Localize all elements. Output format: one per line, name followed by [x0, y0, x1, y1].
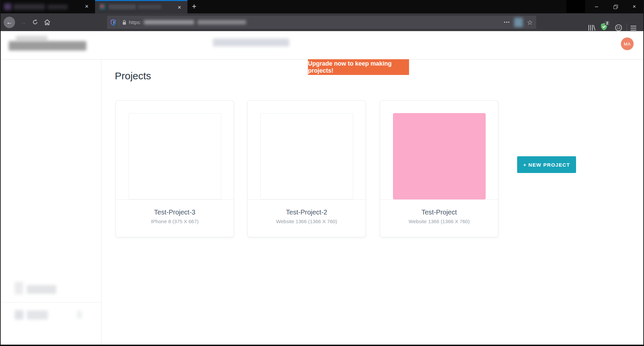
url-blob [144, 20, 194, 24]
user-avatar[interactable]: MA [621, 37, 634, 50]
project-card-footer: Test-Project-2 Website 1366 (1366 X 760) [248, 199, 366, 237]
sidebar-divider [1, 302, 101, 302]
url-blurred-text [144, 20, 246, 24]
lock-icon [122, 20, 127, 25]
project-card[interactable]: Test-Project Website 1366 (1366 X 760) [380, 100, 498, 237]
new-project-button[interactable]: + NEW PROJECT [517, 156, 576, 173]
sidebar-item-icon-blurred [15, 310, 23, 320]
tab-close-icon[interactable]: × [175, 1, 183, 14]
forward-button[interactable]: → [19, 19, 27, 26]
titlebar-blurred-region [566, 0, 585, 13]
app-logo-blurred[interactable] [9, 41, 86, 51]
project-name: Test-Project-3 [116, 208, 234, 216]
upgrade-banner[interactable]: Upgrade now to keep making projects! [308, 59, 409, 75]
project-thumbnail [260, 113, 353, 199]
urlbar-divider [119, 19, 119, 26]
url-protocol-text: https: [129, 19, 141, 25]
project-name: Test-Project-2 [248, 208, 366, 216]
tab-favicon-blurred [99, 4, 105, 10]
tab-bar: × × + − × [1, 0, 643, 13]
project-card[interactable]: Test-Project-2 Website 1366 (1366 X 760) [247, 100, 366, 237]
sidebar [1, 60, 101, 345]
home-button[interactable] [43, 19, 52, 26]
tab-title-blurred [13, 4, 45, 10]
bookmark-star-icon[interactable]: ☆ [527, 18, 533, 26]
project-meta: Website 1366 (1366 X 760) [380, 219, 498, 224]
tab-close-icon[interactable]: × [83, 0, 91, 13]
sidebar-item-label-blurred [27, 285, 56, 294]
sidebar-item-badge-blurred [77, 311, 82, 319]
project-thumbnail-pink [393, 113, 486, 199]
page-actions-icon[interactable]: ••• [504, 20, 510, 25]
tab-inactive[interactable]: × [1, 0, 95, 13]
project-card-footer: Test-Project Website 1366 (1366 X 760) [380, 199, 498, 237]
tab-title-blurred [108, 4, 136, 9]
app-logo-blurred[interactable] [16, 36, 48, 41]
reload-button[interactable] [31, 19, 39, 26]
tab-active[interactable]: × [95, 0, 187, 13]
app-header: MA [1, 31, 643, 60]
hamburger-menu-icon [631, 26, 636, 30]
cookie-icon [615, 24, 622, 31]
tab-title-blurred [48, 5, 68, 9]
window-close-button[interactable]: × [629, 2, 639, 11]
sidebar-item-label-blurred [27, 311, 48, 320]
new-tab-button[interactable]: + [189, 0, 199, 13]
tab-title-blurred [138, 5, 161, 9]
project-name: Test-Project [380, 208, 498, 216]
back-button[interactable]: ← [4, 17, 15, 28]
library-icon [588, 24, 595, 31]
window-restore-button[interactable] [611, 2, 621, 11]
reload-icon [32, 19, 38, 25]
sidebar-item-blurred[interactable] [1, 279, 101, 299]
project-card-footer: Test-Project-3 IPhone 8 (375 X 667) [116, 199, 234, 237]
blurred-urlbar-extension-icon[interactable] [514, 18, 523, 27]
project-thumbnail [129, 113, 221, 199]
window-minimize-button[interactable]: − [591, 2, 601, 11]
restore-icon [614, 5, 618, 9]
project-card[interactable]: Test-Project-3 IPhone 8 (375 X 667) [115, 100, 234, 237]
navigation-toolbar: ← → [1, 13, 643, 31]
url-blob [197, 20, 246, 24]
tab-favicon-blurred [4, 3, 11, 10]
page-title: Projects [115, 70, 151, 82]
home-icon [44, 19, 51, 25]
project-meta: IPhone 8 (375 X 667) [116, 219, 234, 224]
sidebar-item-blurred[interactable] [1, 308, 101, 328]
sidebar-item-icon-blurred [15, 282, 23, 294]
header-center-text-blurred [213, 38, 289, 47]
protection-count-badge: 2 [605, 21, 610, 25]
tracking-protection-shield-icon[interactable] [110, 19, 116, 26]
project-meta: Website 1366 (1366 X 760) [248, 219, 366, 224]
url-bar[interactable]: https: ••• ☆ [107, 16, 536, 29]
browser-window: × × + − × ← → [0, 0, 644, 346]
